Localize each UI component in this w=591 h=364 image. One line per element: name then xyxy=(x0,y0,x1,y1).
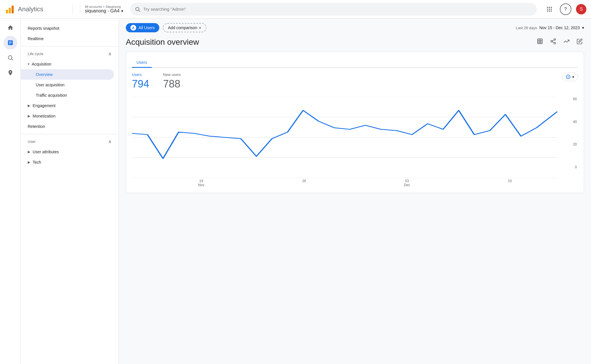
share-icon[interactable] xyxy=(549,37,558,47)
metric-new-users-value: 788 xyxy=(163,78,181,90)
trend-icon[interactable] xyxy=(562,37,571,47)
monetization-chevron-icon: ▶ xyxy=(28,114,30,118)
svg-line-24 xyxy=(552,42,554,43)
compare-controls: ▾ xyxy=(562,72,578,81)
account-name[interactable]: siquanong - GA4 ▾ xyxy=(85,8,123,14)
svg-rect-2 xyxy=(12,5,14,13)
svg-line-15 xyxy=(12,59,13,60)
svg-rect-6 xyxy=(549,7,550,8)
search-input[interactable] xyxy=(143,7,532,12)
svg-rect-10 xyxy=(551,9,552,10)
divider xyxy=(73,4,73,14)
lifecycle-collapse-icon: ∧ xyxy=(108,51,112,57)
metric-new-users: New users 788 xyxy=(163,72,181,90)
nav-divider-1 xyxy=(21,46,119,46)
user-attr-chevron-icon: ▶ xyxy=(28,150,30,154)
nav-retention[interactable]: Retention xyxy=(21,121,114,132)
user-section-header[interactable]: User ∧ xyxy=(21,137,119,147)
search-bar[interactable] xyxy=(130,3,537,16)
section-header-row: Acquisition overview xyxy=(126,37,584,47)
add-comparison-button[interactable]: Add comparison + xyxy=(163,23,206,32)
sidebar-advertising[interactable] xyxy=(3,66,17,80)
svg-point-22 xyxy=(551,40,553,42)
svg-point-3 xyxy=(136,7,139,10)
svg-line-25 xyxy=(552,40,554,41)
metric-users-label: Users xyxy=(132,72,149,77)
nav-user-attributes[interactable]: ▶ User attributes xyxy=(21,147,114,157)
sidebar-home[interactable] xyxy=(3,21,17,35)
chart-type-icon[interactable] xyxy=(536,37,544,47)
date-chevron-icon: ▾ xyxy=(582,25,584,30)
search-icon xyxy=(135,6,141,12)
logo-area: Analytics xyxy=(5,4,68,14)
chart-area: 60 40 20 0 xyxy=(132,97,578,178)
account-selector[interactable]: All accounts > Siquanong siquanong - GA4… xyxy=(80,5,123,14)
edit-icon[interactable] xyxy=(575,37,584,47)
svg-rect-5 xyxy=(547,7,548,8)
sidebar-reports[interactable] xyxy=(3,36,17,50)
topbar: Analytics All accounts > Siquanong siqua… xyxy=(0,0,591,18)
sidebar-explore[interactable] xyxy=(3,51,17,65)
metrics-row: Users 794 New users 788 ▾ xyxy=(132,72,578,97)
apps-icon[interactable] xyxy=(544,3,555,15)
svg-rect-7 xyxy=(551,7,552,8)
nav-user-acquisition[interactable]: User acquisition xyxy=(21,80,114,90)
nav-overview[interactable]: Overview xyxy=(21,69,114,80)
nav-realtime[interactable]: Realtime xyxy=(21,33,114,44)
nav-reports-snapshot[interactable]: Reports snapshot xyxy=(21,23,114,33)
main-content: A All Users Add comparison + Last 28 day… xyxy=(119,18,591,364)
acquisition-chevron-icon: ▾ xyxy=(28,62,29,66)
nav-tech[interactable]: ▶ Tech xyxy=(21,157,114,167)
chevron-down-icon: ▾ xyxy=(121,9,123,13)
nav-acquisition[interactable]: ▾ Acquisition xyxy=(21,59,114,69)
svg-rect-9 xyxy=(549,9,550,10)
tech-chevron-icon: ▶ xyxy=(28,160,30,164)
engagement-chevron-icon: ▶ xyxy=(28,104,30,108)
help-icon[interactable]: ? xyxy=(560,3,571,15)
svg-rect-16 xyxy=(538,39,543,44)
comparison-bar: A All Users Add comparison + Last 28 day… xyxy=(126,23,584,32)
svg-rect-1 xyxy=(9,8,11,13)
section-actions xyxy=(536,37,584,47)
user-avatar[interactable]: S xyxy=(576,4,586,14)
chart-tab-users[interactable]: Users xyxy=(132,58,152,68)
analytics-logo-icon xyxy=(5,4,15,14)
metric-users: Users 794 xyxy=(132,72,149,90)
date-range-selector[interactable]: Last 28 days Nov 15 - Dec 12, 2023 ▾ xyxy=(516,25,584,30)
compare-button[interactable]: ▾ xyxy=(562,72,578,81)
x-label-nov26: 26 xyxy=(302,179,306,187)
svg-point-26 xyxy=(566,75,570,79)
topbar-actions: ? S xyxy=(544,3,586,15)
metric-new-users-label: New users xyxy=(163,72,181,77)
nav-monetization[interactable]: ▶ Monetization xyxy=(21,111,114,121)
chart-metrics: Users 794 New users 788 xyxy=(132,72,181,90)
page-title: Acquisition overview xyxy=(126,38,199,47)
plus-icon: + xyxy=(199,25,201,30)
lifecycle-label: Life cycle xyxy=(28,52,43,56)
svg-point-14 xyxy=(8,56,12,59)
svg-point-23 xyxy=(554,42,556,44)
svg-rect-11 xyxy=(547,10,548,12)
svg-rect-0 xyxy=(6,10,8,13)
metric-users-value: 794 xyxy=(132,78,149,90)
nav-engagement[interactable]: ▶ Engagement xyxy=(21,100,114,111)
app-name: Analytics xyxy=(18,5,43,13)
lifecycle-section-header[interactable]: Life cycle ∧ xyxy=(21,49,119,59)
svg-rect-13 xyxy=(551,10,552,12)
all-users-badge[interactable]: A All Users xyxy=(126,23,159,32)
user-label: User xyxy=(28,139,35,144)
chevron-down-icon: ▾ xyxy=(572,75,574,79)
app-layout: Reports snapshot Realtime Life cycle ∧ ▾… xyxy=(0,18,591,364)
icon-sidebar xyxy=(0,18,21,364)
svg-point-21 xyxy=(554,39,556,40)
chart-tab-bar: Users xyxy=(132,58,578,68)
user-collapse-icon: ∧ xyxy=(108,139,112,144)
chart-card: Users Users 794 New users 788 xyxy=(126,52,584,193)
nav-divider-2 xyxy=(21,134,119,134)
nav-sidebar: Reports snapshot Realtime Life cycle ∧ ▾… xyxy=(21,18,119,364)
nav-traffic-acquisition[interactable]: Traffic acquisition xyxy=(21,90,114,100)
svg-rect-12 xyxy=(549,10,550,12)
svg-line-4 xyxy=(139,10,140,11)
all-users-avatar: A xyxy=(130,25,136,31)
svg-rect-8 xyxy=(547,9,548,10)
